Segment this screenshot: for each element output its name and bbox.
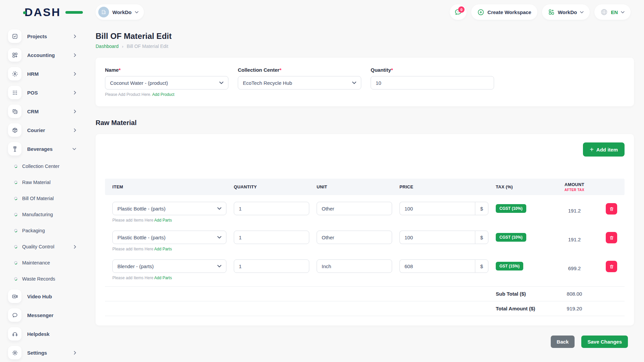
chevron-right-icon — [74, 110, 76, 113]
chevron-right-icon — [74, 72, 76, 76]
page-title: Bill OF Material Edit — [96, 32, 634, 41]
delete-row-button[interactable] — [606, 232, 617, 243]
back-button[interactable]: Back — [551, 336, 575, 348]
person-frame-icon — [8, 67, 21, 80]
item-select[interactable]: Blender - (parts) — [112, 259, 226, 273]
language-selector[interactable]: EN — [594, 4, 631, 20]
sidebar-item-projects[interactable]: Projects — [8, 27, 86, 46]
sidebar-item-crm[interactable]: CRM — [8, 102, 86, 121]
sidebar-item-courier[interactable]: Courier — [8, 121, 86, 139]
sidebar-item-hrm[interactable]: HRM — [8, 64, 86, 83]
workspace-avatar — [98, 7, 109, 17]
grid-plus-icon — [548, 9, 555, 15]
sidebar-item-beverages[interactable]: Beverages — [8, 139, 86, 158]
sidebar-subitem-label: Quality Control — [22, 244, 69, 249]
required-asterisk: * — [391, 67, 393, 73]
add-parts-link[interactable]: Add Parts — [154, 218, 172, 223]
sidebar-item-label: Courier — [27, 127, 68, 133]
add-parts-link[interactable]: Add Parts — [154, 247, 172, 251]
sidebar-item-accounting[interactable]: Accounting — [8, 46, 86, 64]
dots-grid-icon — [8, 86, 21, 99]
sidebar-item-label: Beverages — [27, 146, 67, 152]
row-quantity-input[interactable] — [234, 259, 309, 273]
currency-suffix: $ — [475, 259, 488, 273]
breadcrumb-current: Bill OF Material Edit — [127, 44, 168, 49]
row-price-input[interactable] — [399, 259, 475, 273]
chevron-right-icon — [74, 91, 76, 95]
bullet-icon — [14, 277, 18, 281]
bullet-icon — [14, 229, 18, 233]
add-item-button[interactable]: + Add item — [583, 142, 625, 157]
messages-button[interactable]: 0 — [450, 4, 467, 20]
workspace-switcher[interactable]: WorkDo — [96, 4, 144, 20]
delete-row-button[interactable] — [606, 261, 617, 272]
row-unit-input[interactable] — [317, 202, 392, 215]
sidebar-item-video-hub[interactable]: Video Hub — [8, 287, 86, 306]
sidebar-subitem-quality-control[interactable]: Quality Control — [8, 239, 86, 255]
sidebar-subitem-label: Waste Records — [22, 276, 86, 282]
row-unit-input[interactable] — [317, 259, 392, 273]
item-select-value: Blender - (parts) — [117, 263, 154, 269]
bullet-icon — [14, 180, 18, 185]
sidebar-item-label: Accounting — [27, 52, 68, 58]
quantity-input[interactable] — [371, 76, 494, 89]
row-unit-input[interactable] — [317, 231, 392, 244]
required-asterisk: * — [119, 67, 121, 73]
create-workspace-button[interactable]: Create Workspace — [471, 4, 537, 20]
breadcrumb-dashboard-link[interactable]: Dashboard — [96, 44, 119, 49]
workdo-menu-label: WorkDo — [558, 9, 577, 15]
save-changes-button[interactable]: Save Changes — [581, 336, 628, 348]
item-select[interactable]: Plastic Bottle - (parts) — [112, 231, 226, 244]
sidebar: Projects Accounting HRM POS CRM Cou — [0, 24, 86, 362]
trash-icon — [609, 206, 614, 212]
table-row: Blender - (parts) Please add Items Here … — [105, 253, 625, 282]
collection-center-select[interactable]: EcoTech Recycle Hub — [238, 76, 361, 89]
sidebar-item-messenger[interactable]: Messenger — [8, 306, 86, 324]
package-icon — [8, 123, 21, 137]
name-select[interactable]: Coconut Water - (product) — [105, 76, 228, 89]
sidebar-subitem-packaging[interactable]: Packaging — [8, 223, 86, 239]
tax-badge: GST (15%) — [496, 262, 523, 270]
sidebar-subitem-bill-of-material[interactable]: Bill Of Material — [8, 190, 86, 206]
plus-icon: + — [590, 146, 594, 153]
add-parts-link[interactable]: Add Parts — [154, 276, 172, 280]
item-select-value: Plastic Bottle - (parts) — [117, 206, 165, 212]
sidebar-item-pos[interactable]: POS — [8, 83, 86, 102]
video-camera-icon — [8, 290, 21, 303]
sidebar-subitem-label: Bill Of Material — [22, 196, 86, 201]
row-amount: 699.2 — [557, 265, 592, 271]
item-select-value: Plastic Bottle - (parts) — [117, 235, 165, 240]
chat-bubble-icon — [8, 308, 21, 322]
name-helper: Please Add Product Here. Add Product — [105, 92, 228, 97]
sidebar-subitem-manufacturing[interactable]: Manufacturing — [8, 206, 86, 223]
globe-icon — [600, 8, 608, 16]
logo-text: DASH — [24, 6, 61, 18]
table-row: Plastic Bottle - (parts) Please add Item… — [105, 224, 625, 253]
sidebar-subitem-raw-material[interactable]: Raw Material — [8, 174, 86, 190]
logo-dot-icon — [23, 11, 26, 14]
gear-icon — [8, 346, 21, 359]
sidebar-item-settings[interactable]: Settings — [8, 343, 86, 362]
row-price-input[interactable] — [399, 231, 475, 244]
workdo-menu-button[interactable]: WorkDo — [542, 4, 590, 20]
chevron-down-icon — [217, 207, 221, 210]
trash-icon — [609, 235, 614, 240]
item-helper: Please add Items Here Add Parts — [112, 247, 226, 251]
chevron-down-icon — [217, 236, 221, 239]
sidebar-subitem-collection-center[interactable]: Collection Center — [8, 158, 86, 174]
quantity-label: Quantity* — [371, 67, 494, 73]
top-header: DASH WorkDo 0 Create Workspace — [0, 0, 644, 24]
sidebar-subitem-maintenance[interactable]: Maintenance — [8, 255, 86, 271]
delete-row-button[interactable] — [606, 203, 617, 215]
sidebar-item-helpdesk[interactable]: Helpdesk — [8, 324, 86, 343]
sidebar-item-label: HRM — [27, 71, 68, 77]
bom-form-card: Name* Coconut Water - (product) Please A… — [96, 58, 634, 106]
sidebar-item-label: Messenger — [27, 312, 86, 318]
sidebar-item-label: Helpdesk — [27, 331, 86, 337]
add-product-link[interactable]: Add Product — [152, 92, 174, 97]
row-quantity-input[interactable] — [234, 202, 309, 215]
item-select[interactable]: Plastic Bottle - (parts) — [112, 202, 226, 215]
sidebar-subitem-waste-records[interactable]: Waste Records — [8, 271, 86, 287]
row-price-input[interactable] — [399, 202, 475, 215]
row-quantity-input[interactable] — [234, 231, 309, 244]
